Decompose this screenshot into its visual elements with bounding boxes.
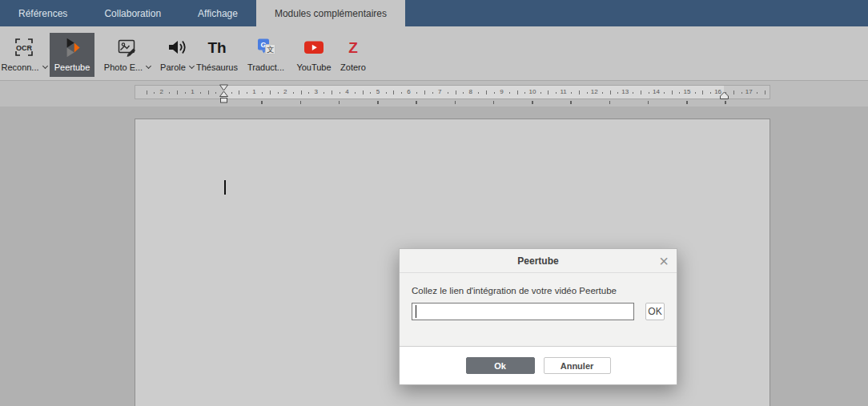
- dialog-title: Peertube: [517, 255, 558, 267]
- toolbar-button-label: Parole: [160, 62, 186, 72]
- ocr-icon: OCR: [14, 33, 34, 62]
- tab-modules-complementaires[interactable]: Modules complémentaires: [256, 0, 405, 26]
- toolbar-button-label: Photo E...: [104, 62, 143, 72]
- translate-icon: G 文: [255, 33, 276, 62]
- svg-text:OCR: OCR: [16, 44, 33, 52]
- toolbar-button-photo-editor[interactable]: Photo E...: [96, 33, 159, 77]
- youtube-icon: [303, 33, 324, 62]
- chevron-down-icon[interactable]: [146, 62, 151, 68]
- toolbar-button-label: Peertube: [54, 62, 90, 72]
- toolbar-button-zotero[interactable]: Z Zotero: [336, 33, 370, 77]
- cancel-button[interactable]: Annuler: [544, 357, 611, 374]
- svg-text:文: 文: [267, 45, 275, 54]
- close-icon[interactable]: ×: [659, 250, 669, 272]
- dialog-instruction-label: Collez le lien d'intégration de votre vi…: [412, 286, 665, 295]
- dialog-body: Collez le lien d'intégration de votre vi…: [400, 273, 677, 320]
- peertube-icon: [64, 33, 80, 62]
- dialog-header[interactable]: Peertube ×: [400, 249, 677, 273]
- toolbar-button-label: Traduct...: [247, 62, 284, 72]
- toolbar-button-label: YouTube: [296, 62, 331, 72]
- right-indent-marker[interactable]: [719, 91, 729, 100]
- plugins-toolbar: OCR Reconn... Peertube: [0, 26, 868, 81]
- zotero-icon: Z: [344, 33, 363, 62]
- toolbar-button-label: Zotero: [340, 62, 366, 72]
- photo-editor-icon: [117, 33, 138, 62]
- inline-ok-button[interactable]: OK: [645, 303, 665, 320]
- toolbar-button-label: Reconn...: [1, 62, 38, 72]
- ruler-band: 121234567891011121314151617: [0, 81, 868, 107]
- toolbar-button-thesaurus[interactable]: Th Thésaurus: [195, 33, 239, 77]
- ruler[interactable]: 121234567891011121314151617: [135, 85, 770, 99]
- speaker-icon: [167, 33, 187, 62]
- toolbar-button-translator[interactable]: G 文 Traduct...: [243, 33, 289, 77]
- tab-collaboration[interactable]: Collaboration: [86, 0, 179, 26]
- peertube-link-input[interactable]: [412, 303, 634, 320]
- tab-bar: Références Collaboration Affichage Modul…: [0, 0, 868, 26]
- application-window: Références Collaboration Affichage Modul…: [0, 0, 868, 406]
- toolbar-button-peertube[interactable]: Peertube: [50, 33, 94, 77]
- svg-text:Z: Z: [348, 39, 358, 56]
- toolbar-button-speech[interactable]: Parole: [159, 33, 195, 77]
- tab-references[interactable]: Références: [0, 0, 86, 26]
- thesaurus-icon: Th: [205, 33, 229, 62]
- peertube-dialog: Peertube × Collez le lien d'intégration …: [399, 248, 677, 385]
- input-caret: [416, 305, 416, 318]
- chevron-down-icon[interactable]: [42, 62, 48, 68]
- dialog-footer: Ok Annuler: [400, 346, 677, 384]
- svg-text:Th: Th: [207, 39, 226, 56]
- ok-button[interactable]: Ok: [466, 357, 535, 374]
- first-line-and-left-indent-marker[interactable]: [219, 84, 229, 104]
- tab-affichage[interactable]: Affichage: [179, 0, 256, 26]
- toolbar-button-label: Thésaurus: [196, 62, 238, 72]
- toolbar-button-ocr[interactable]: OCR Reconn...: [0, 33, 48, 77]
- chevron-down-icon[interactable]: [189, 62, 195, 68]
- text-caret: [224, 180, 226, 195]
- toolbar-button-youtube[interactable]: YouTube: [293, 33, 335, 77]
